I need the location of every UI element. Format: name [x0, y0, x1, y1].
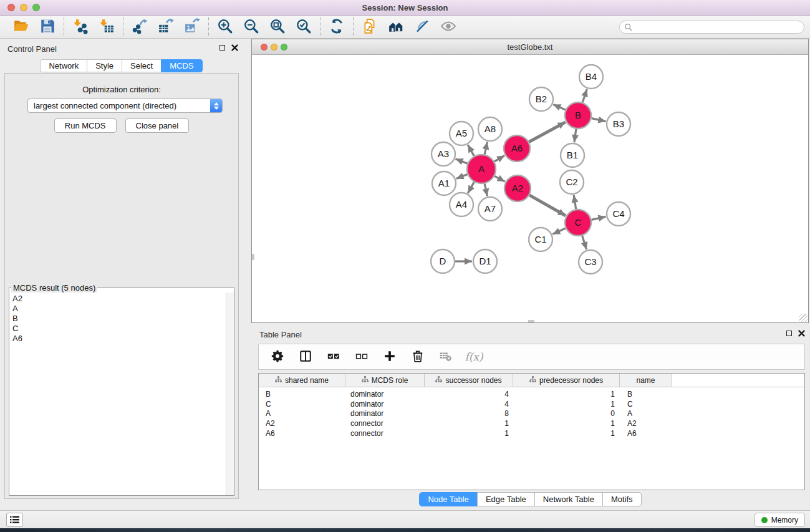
import-network-icon [72, 18, 89, 36]
network-close-button[interactable] [261, 44, 268, 51]
add-column-button[interactable] [382, 349, 397, 364]
memory-button[interactable]: Memory [755, 513, 805, 527]
close-panel-button[interactable]: Close panel [125, 118, 190, 133]
import-table-button[interactable] [98, 18, 115, 36]
zoom-out-button[interactable] [243, 18, 260, 36]
import-network-button[interactable] [72, 18, 89, 36]
float-panel-icon[interactable] [219, 45, 225, 51]
deselect-all-button[interactable] [354, 349, 369, 364]
tab-network-table[interactable]: Network Table [534, 492, 603, 506]
function-builder-icon: f(x) [465, 351, 483, 363]
node-label-B1: B1 [567, 150, 578, 160]
delete-column-button[interactable] [410, 349, 425, 364]
table-row[interactable]: Cdominator41C [259, 399, 804, 409]
tab-network[interactable]: Network [40, 59, 87, 72]
show-hide-panel-button[interactable] [440, 18, 457, 36]
table-row[interactable]: A6connector11A6 [259, 428, 804, 438]
table-row[interactable]: Adominator80A [259, 409, 804, 418]
column-header-predecessor-nodes[interactable]: predecessor nodes [513, 374, 620, 387]
tab-style[interactable]: Style [87, 59, 122, 72]
criterion-dropdown[interactable]: largest connected component (directed) [27, 99, 223, 113]
table-row[interactable]: Bdominator41B [259, 389, 804, 399]
node-label-D: D [440, 256, 446, 266]
cell-shared-name: B [259, 390, 345, 399]
column-header-successor-nodes[interactable]: successor nodes [425, 374, 513, 387]
run-mcds-button[interactable]: Run MCDS [54, 118, 117, 133]
list-icon [10, 516, 19, 524]
zoom-selected-button[interactable] [295, 18, 312, 36]
delete-table-button[interactable] [438, 349, 453, 364]
zoom-fit-button[interactable] [269, 18, 286, 36]
search-input[interactable] [632, 22, 794, 31]
minimize-window-button[interactable] [20, 4, 27, 11]
network-canvas[interactable]: B4B2BB3A5A8A6B1A3AC2A1A2A4A7C4CC1C3DD1 [252, 56, 808, 322]
close-window-button[interactable] [7, 4, 15, 11]
tab-select[interactable]: Select [122, 59, 162, 72]
control-panel: Control Panel NetworkStyleSelectMCDS Opt… [0, 39, 243, 510]
home-layout-button[interactable] [387, 18, 405, 36]
column-header-label: shared name [285, 376, 329, 385]
clone-network-button[interactable] [361, 18, 378, 36]
table-close-panel-icon[interactable] [798, 330, 805, 337]
refresh-view-button[interactable] [328, 18, 345, 36]
window-resize-grip[interactable] [799, 314, 808, 322]
search-icon [624, 23, 632, 31]
save-session-button[interactable] [39, 18, 56, 36]
export-network-button[interactable] [131, 18, 148, 36]
tab-motifs[interactable]: Motifs [602, 492, 642, 506]
network-maximize-button[interactable] [281, 44, 287, 51]
edge-A2-C [529, 195, 566, 216]
function-builder-button[interactable]: f(x) [466, 349, 481, 364]
mcds-result-item[interactable]: B [12, 314, 234, 324]
mcds-result-item[interactable]: A2 [12, 294, 234, 304]
export-table-button[interactable] [157, 18, 175, 36]
tab-node-table[interactable]: Node Table [419, 492, 478, 506]
table-toolbar: f(x) [258, 344, 805, 370]
table-settings-button[interactable] [270, 349, 285, 364]
node-label-A4: A4 [456, 199, 467, 210]
toolbar-group-0 [5, 18, 64, 36]
show-hide-panel-icon [440, 18, 456, 36]
tab-mcds[interactable]: MCDS [161, 59, 202, 72]
tab-edge-table[interactable]: Edge Table [477, 492, 535, 506]
mcds-result-item[interactable]: A6 [12, 334, 234, 344]
zoom-fit-icon [269, 18, 286, 36]
mcds-result-item[interactable]: A [12, 304, 234, 314]
node-label-D1: D1 [479, 256, 491, 266]
column-header-name[interactable]: name [620, 374, 672, 387]
task-history-button[interactable] [6, 513, 23, 527]
table-float-panel-icon[interactable] [786, 331, 792, 336]
node-label-A3: A3 [438, 148, 449, 159]
window-edge-handle-left[interactable] [252, 254, 254, 260]
cell-MCDS-role: dominator [345, 390, 425, 399]
hide-graphics-details-button[interactable] [413, 18, 431, 36]
column-header-MCDS-role[interactable]: MCDS role [345, 374, 425, 387]
export-network-icon [132, 18, 148, 36]
network-window-title: testGlobe.txt [252, 39, 808, 55]
export-image-button[interactable] [183, 18, 201, 36]
column-header-shared-name[interactable]: shared name [259, 374, 345, 387]
maximize-window-button[interactable] [32, 4, 40, 11]
table-panel-header: Table Panel [251, 324, 810, 343]
network-minimize-button[interactable] [271, 44, 277, 51]
edge-B-B4 [582, 89, 587, 102]
mcds-result-item[interactable]: C [12, 324, 234, 334]
column-visibility-button[interactable] [298, 349, 313, 364]
zoom-in-button[interactable] [216, 18, 234, 36]
cell-shared-name: A6 [259, 429, 345, 438]
open-file-button[interactable] [12, 18, 30, 36]
search-box[interactable] [619, 21, 804, 34]
clone-network-icon [362, 18, 378, 36]
network-window-titlebar[interactable]: testGlobe.txt [252, 39, 808, 55]
status-bar: Memory [0, 510, 810, 528]
node-label-A6: A6 [511, 143, 523, 153]
result-scrollbar[interactable] [226, 293, 234, 495]
table-row[interactable]: A2connector11A2 [259, 418, 804, 428]
network-graph: B4B2BB3A5A8A6B1A3AC2A1A2A4A7C4CC1C3DD1 [252, 56, 808, 322]
toolbar-icon-groups [0, 16, 465, 38]
select-all-button[interactable] [326, 349, 341, 364]
cell-predecessor-nodes: 1 [513, 429, 620, 438]
node-label-C3: C3 [584, 256, 596, 267]
window-edge-handle-bottom[interactable] [528, 320, 534, 322]
close-panel-icon[interactable] [231, 44, 238, 51]
